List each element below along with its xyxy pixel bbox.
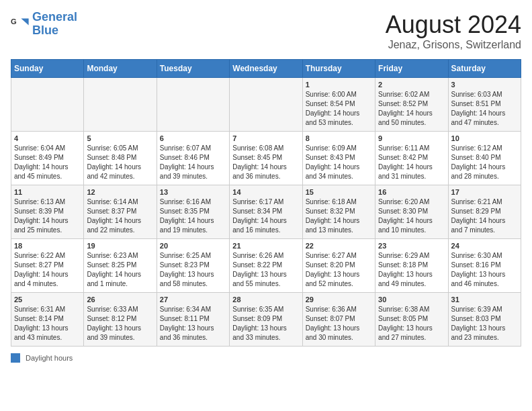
day-info: Sunrise: 6:04 AM Sunset: 8:49 PM Dayligh… (14, 144, 81, 181)
calendar-cell: 6Sunrise: 6:07 AM Sunset: 8:46 PM Daylig… (157, 132, 229, 185)
day-info: Sunrise: 6:08 AM Sunset: 8:45 PM Dayligh… (232, 144, 299, 181)
day-number: 7 (232, 134, 299, 142)
calendar-cell: 12Sunrise: 6:14 AM Sunset: 8:37 PM Dayli… (84, 185, 157, 239)
day-info: Sunrise: 6:03 AM Sunset: 8:51 PM Dayligh… (451, 90, 518, 128)
calendar-week-row: 18Sunrise: 6:22 AM Sunset: 8:27 PM Dayli… (11, 239, 521, 293)
calendar-cell (230, 78, 302, 132)
calendar-cell: 4Sunrise: 6:04 AM Sunset: 8:49 PM Daylig… (11, 132, 84, 185)
calendar-cell: 13Sunrise: 6:16 AM Sunset: 8:35 PM Dayli… (157, 185, 229, 239)
calendar-cell (11, 78, 84, 132)
day-number: 26 (87, 295, 153, 304)
day-number: 19 (87, 242, 153, 250)
day-info: Sunrise: 6:33 AM Sunset: 8:12 PM Dayligh… (87, 305, 153, 342)
calendar-cell: 11Sunrise: 6:13 AM Sunset: 8:39 PM Dayli… (11, 185, 84, 239)
page-title: August 2024 (386, 11, 521, 39)
day-info: Sunrise: 6:02 AM Sunset: 8:52 PM Dayligh… (378, 90, 445, 128)
calendar-cell: 2Sunrise: 6:02 AM Sunset: 8:52 PM Daylig… (375, 78, 448, 132)
day-number: 27 (160, 295, 226, 304)
calendar-cell: 15Sunrise: 6:18 AM Sunset: 8:32 PM Dayli… (302, 185, 375, 239)
calendar-cell: 29Sunrise: 6:36 AM Sunset: 8:07 PM Dayli… (302, 293, 375, 347)
day-number: 4 (14, 134, 81, 142)
day-number: 15 (306, 188, 372, 196)
day-number: 3 (451, 81, 518, 89)
day-info: Sunrise: 6:35 AM Sunset: 8:09 PM Dayligh… (232, 305, 299, 342)
calendar-cell (84, 78, 157, 132)
day-info: Sunrise: 6:22 AM Sunset: 8:27 PM Dayligh… (14, 251, 81, 289)
day-number: 18 (14, 242, 81, 250)
svg-marker-1 (21, 18, 28, 25)
day-info: Sunrise: 6:18 AM Sunset: 8:32 PM Dayligh… (306, 197, 372, 235)
page-subtitle: Jenaz, Grisons, Switzerland (386, 39, 521, 51)
calendar-week-row: 25Sunrise: 6:31 AM Sunset: 8:14 PM Dayli… (11, 293, 521, 347)
day-info: Sunrise: 6:20 AM Sunset: 8:30 PM Dayligh… (378, 197, 445, 235)
calendar-cell: 18Sunrise: 6:22 AM Sunset: 8:27 PM Dayli… (11, 239, 84, 293)
day-number: 13 (160, 188, 226, 196)
header-cell: Tuesday (157, 60, 229, 78)
calendar-cell: 23Sunrise: 6:29 AM Sunset: 8:18 PM Dayli… (375, 239, 448, 293)
logo-icon: G (11, 15, 30, 34)
day-number: 5 (87, 134, 153, 142)
calendar-cell: 26Sunrise: 6:33 AM Sunset: 8:12 PM Dayli… (84, 293, 157, 347)
day-info: Sunrise: 6:36 AM Sunset: 8:07 PM Dayligh… (306, 305, 372, 342)
calendar-cell: 24Sunrise: 6:30 AM Sunset: 8:16 PM Dayli… (448, 239, 521, 293)
calendar-cell: 27Sunrise: 6:34 AM Sunset: 8:11 PM Dayli… (157, 293, 229, 347)
calendar-week-row: 1Sunrise: 6:00 AM Sunset: 8:54 PM Daylig… (11, 78, 521, 132)
calendar-cell: 21Sunrise: 6:26 AM Sunset: 8:22 PM Dayli… (230, 239, 302, 293)
logo: G General Blue (11, 11, 77, 38)
day-info: Sunrise: 6:39 AM Sunset: 8:03 PM Dayligh… (451, 305, 518, 342)
header-cell: Thursday (302, 60, 375, 78)
calendar-cell: 9Sunrise: 6:11 AM Sunset: 8:42 PM Daylig… (375, 132, 448, 185)
day-info: Sunrise: 6:23 AM Sunset: 8:25 PM Dayligh… (87, 251, 153, 289)
logo-line2: Blue (32, 24, 58, 37)
day-number: 22 (306, 242, 372, 250)
day-info: Sunrise: 6:25 AM Sunset: 8:23 PM Dayligh… (160, 251, 226, 289)
header-cell: Saturday (448, 60, 521, 78)
calendar-cell: 3Sunrise: 6:03 AM Sunset: 8:51 PM Daylig… (448, 78, 521, 132)
calendar-cell: 31Sunrise: 6:39 AM Sunset: 8:03 PM Dayli… (448, 293, 521, 347)
calendar-cell (157, 78, 229, 132)
logo-line1: General (32, 10, 77, 24)
header-cell: Friday (375, 60, 448, 78)
day-info: Sunrise: 6:16 AM Sunset: 8:35 PM Dayligh… (160, 197, 226, 235)
day-number: 17 (451, 188, 518, 196)
calendar-cell: 14Sunrise: 6:17 AM Sunset: 8:34 PM Dayli… (230, 185, 302, 239)
title-block: August 2024 Jenaz, Grisons, Switzerland (386, 11, 521, 51)
calendar-cell: 8Sunrise: 6:09 AM Sunset: 8:43 PM Daylig… (302, 132, 375, 185)
day-number: 30 (378, 295, 445, 304)
day-info: Sunrise: 6:30 AM Sunset: 8:16 PM Dayligh… (451, 251, 518, 289)
day-info: Sunrise: 6:05 AM Sunset: 8:48 PM Dayligh… (87, 144, 153, 181)
day-number: 23 (378, 242, 445, 250)
day-info: Sunrise: 6:13 AM Sunset: 8:39 PM Dayligh… (14, 197, 81, 235)
calendar-cell: 20Sunrise: 6:25 AM Sunset: 8:23 PM Dayli… (157, 239, 229, 293)
calendar-week-row: 11Sunrise: 6:13 AM Sunset: 8:39 PM Dayli… (11, 185, 521, 239)
header-row: SundayMondayTuesdayWednesdayThursdayFrid… (11, 60, 521, 78)
calendar-cell: 17Sunrise: 6:21 AM Sunset: 8:29 PM Dayli… (448, 185, 521, 239)
day-number: 20 (160, 242, 226, 250)
day-number: 21 (232, 242, 299, 250)
calendar-week-row: 4Sunrise: 6:04 AM Sunset: 8:49 PM Daylig… (11, 132, 521, 185)
day-number: 8 (306, 134, 372, 142)
day-info: Sunrise: 6:07 AM Sunset: 8:46 PM Dayligh… (160, 144, 226, 181)
day-number: 1 (306, 81, 372, 89)
day-info: Sunrise: 6:00 AM Sunset: 8:54 PM Dayligh… (306, 90, 372, 128)
day-number: 10 (451, 134, 518, 142)
day-number: 2 (378, 81, 445, 89)
day-number: 16 (378, 188, 445, 196)
day-number: 24 (451, 242, 518, 250)
day-info: Sunrise: 6:17 AM Sunset: 8:34 PM Dayligh… (232, 197, 299, 235)
day-number: 25 (14, 295, 81, 304)
header-cell: Monday (84, 60, 157, 78)
day-number: 12 (87, 188, 153, 196)
calendar-cell: 25Sunrise: 6:31 AM Sunset: 8:14 PM Dayli… (11, 293, 84, 347)
day-info: Sunrise: 6:12 AM Sunset: 8:40 PM Dayligh… (451, 144, 518, 181)
day-info: Sunrise: 6:14 AM Sunset: 8:37 PM Dayligh… (87, 197, 153, 235)
calendar-cell: 5Sunrise: 6:05 AM Sunset: 8:48 PM Daylig… (84, 132, 157, 185)
header-cell: Wednesday (230, 60, 302, 78)
calendar-header: SundayMondayTuesdayWednesdayThursdayFrid… (11, 60, 521, 78)
calendar-cell: 16Sunrise: 6:20 AM Sunset: 8:30 PM Dayli… (375, 185, 448, 239)
calendar-cell: 1Sunrise: 6:00 AM Sunset: 8:54 PM Daylig… (302, 78, 375, 132)
day-info: Sunrise: 6:09 AM Sunset: 8:43 PM Dayligh… (306, 144, 372, 181)
day-info: Sunrise: 6:11 AM Sunset: 8:42 PM Dayligh… (378, 144, 445, 181)
calendar-cell: 30Sunrise: 6:38 AM Sunset: 8:05 PM Dayli… (375, 293, 448, 347)
day-number: 6 (160, 134, 226, 142)
